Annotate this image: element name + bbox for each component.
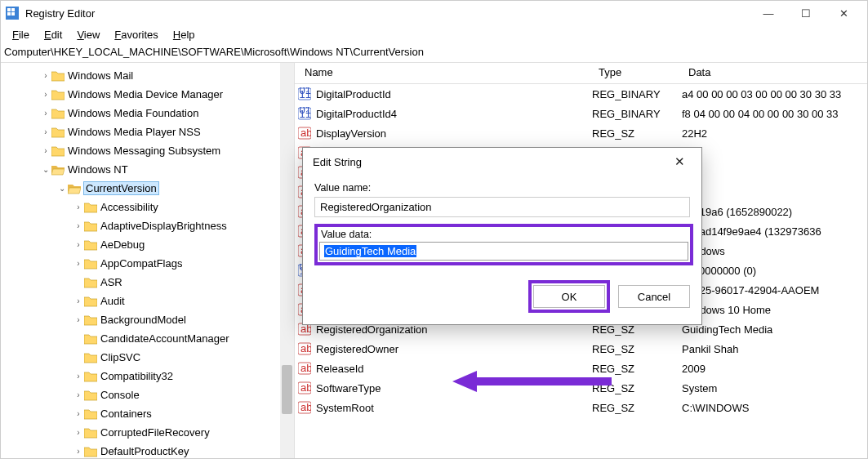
tree-node-label: AdaptiveDisplayBrightness [100, 220, 227, 232]
tree-node[interactable]: ASR [1, 273, 294, 292]
menu-view[interactable]: View [70, 27, 106, 42]
chevron-right-icon[interactable]: › [73, 447, 84, 456]
tree-node[interactable]: ›Windows Media Foundation [1, 104, 294, 123]
chevron-right-icon[interactable]: › [73, 409, 84, 418]
tree-node[interactable]: ⌄Windows NT [1, 160, 294, 179]
chevron-right-icon[interactable]: › [73, 240, 84, 249]
tree-node[interactable]: ›AppCompatFlags [1, 254, 294, 273]
tree-node-label: BackgroundModel [100, 314, 186, 326]
address-bar[interactable]: Computer\HKEY_LOCAL_MACHINE\SOFTWARE\Mic… [1, 43, 867, 63]
list-header: Name Type Data [295, 63, 867, 84]
value-name: ReleaseId [316, 363, 364, 375]
folder-icon [84, 296, 97, 307]
tree-node[interactable]: ›Audit [1, 292, 294, 310]
folder-icon [84, 314, 97, 326]
tree-node[interactable]: ›Windows Media Device Manager [1, 85, 294, 104]
close-button[interactable]: ✕ [825, 1, 862, 25]
folder-icon [51, 108, 65, 119]
tree-node[interactable]: ›Console [1, 385, 294, 404]
value-type: REG_SZ [592, 363, 682, 375]
folder-open-icon [51, 164, 65, 176]
chevron-right-icon[interactable]: › [73, 203, 84, 212]
registry-tree[interactable]: ›Windows Mail›Windows Media Device Manag… [1, 63, 295, 458]
value-data: 22H2 [682, 127, 867, 140]
chevron-right-icon[interactable]: › [40, 146, 51, 155]
value-type: REG_BINARY [592, 108, 682, 120]
chevron-right-icon[interactable]: › [40, 90, 51, 99]
col-header-data[interactable]: Data [682, 63, 867, 83]
tree-node[interactable]: ›AdaptiveDisplayBrightness [1, 216, 294, 235]
minimize-button[interactable]: — [750, 1, 787, 25]
tree-node[interactable]: CandidateAccountManager [1, 329, 294, 348]
maximize-button[interactable]: ☐ [787, 1, 825, 25]
ok-highlight: OK [528, 280, 610, 313]
chevron-right-icon[interactable]: › [73, 428, 84, 437]
value-row[interactable]: SoftwareTypeREG_SZSystem [295, 378, 867, 398]
value-row[interactable]: DigitalProductIdREG_BINARYa4 00 00 00 03… [295, 84, 867, 104]
tree-scrollbar[interactable] [280, 63, 294, 458]
chevron-right-icon[interactable]: › [73, 315, 84, 324]
tree-node[interactable]: ›BackgroundModel [1, 310, 294, 329]
tree-node-label: Containers [100, 408, 152, 420]
folder-icon [84, 202, 97, 213]
col-header-name[interactable]: Name [298, 63, 592, 83]
folder-icon [84, 371, 97, 382]
tree-node[interactable]: ⌄CurrentVersion [1, 179, 294, 198]
value-row[interactable]: DisplayVersionREG_SZ22H2 [295, 123, 867, 143]
value-data-input[interactable]: GuidingTech Media [319, 242, 688, 261]
value-row[interactable]: ReleaseIdREG_SZ2009 [295, 359, 867, 378]
value-row[interactable]: RegisteredOwnerREG_SZPankil Shah [295, 339, 867, 359]
folder-icon [84, 333, 97, 345]
value-data: 00325-96017-42904-AAOEM [682, 284, 867, 296]
reg-string-icon [298, 342, 311, 355]
tree-node[interactable]: ›AeDebug [1, 235, 294, 254]
menu-favorites[interactable]: Favorites [108, 27, 164, 42]
chevron-right-icon[interactable]: › [40, 109, 51, 118]
value-data: Windows 10 Home [682, 304, 867, 316]
tree-node-label: Compatibility32 [100, 370, 173, 382]
tree-node[interactable]: ›Windows Messaging Subsystem [1, 141, 294, 160]
value-data: d86ad14f9e9ae4 (132973636 [682, 225, 867, 238]
tree-node[interactable]: ›DefaultProductKey [1, 442, 294, 458]
folder-icon [84, 277, 97, 288]
dialog-close-button[interactable]: ✕ [667, 149, 692, 174]
tree-node-label: Windows Media Player NSS [68, 126, 201, 138]
chevron-right-icon[interactable]: › [40, 127, 51, 136]
ok-button[interactable]: OK [533, 285, 605, 308]
tree-node[interactable]: ›Containers [1, 404, 294, 423]
value-type: REG_SZ [592, 127, 682, 140]
tree-node[interactable]: ›Compatibility32 [1, 367, 294, 385]
value-row[interactable]: SystemRootREG_SZC:\WINDOWS [295, 398, 867, 417]
menu-edit[interactable]: Edit [38, 27, 69, 42]
reg-string-icon [298, 401, 311, 414]
menu-help[interactable]: Help [167, 27, 202, 42]
chevron-right-icon[interactable]: › [73, 296, 84, 305]
tree-node[interactable]: ClipSVC [1, 348, 294, 367]
tree-node[interactable]: ›Windows Media Player NSS [1, 123, 294, 141]
tree-node-label: DefaultProductKey [100, 445, 189, 457]
tree-node[interactable]: ›CorruptedFileRecovery [1, 423, 294, 442]
chevron-right-icon[interactable]: › [73, 259, 84, 268]
chevron-right-icon[interactable]: › [73, 390, 84, 399]
value-name-input[interactable] [314, 197, 690, 217]
chevron-down-icon[interactable]: ⌄ [56, 184, 68, 193]
titlebar: Registry Editor — ☐ ✕ [1, 1, 867, 25]
chevron-right-icon[interactable]: › [73, 221, 84, 230]
folder-icon [51, 89, 65, 100]
col-header-type[interactable]: Type [592, 63, 682, 83]
menu-file[interactable]: File [6, 27, 36, 42]
tree-node[interactable]: ›Accessibility [1, 198, 294, 216]
chevron-right-icon[interactable]: › [40, 71, 51, 80]
edit-string-dialog: Edit String ✕ Value name: Value data: Gu… [302, 147, 702, 325]
value-row[interactable]: DigitalProductId4REG_BINARYf8 04 00 00 0… [295, 104, 867, 123]
value-data: a4 00 00 00 03 00 00 00 30 30 33 [682, 88, 867, 100]
tree-node[interactable]: ›Windows Mail [1, 66, 294, 85]
value-data: System [682, 382, 867, 394]
value-data: C:\WINDOWS [682, 402, 867, 414]
tree-node-label: Console [100, 389, 140, 401]
cancel-button[interactable]: Cancel [618, 285, 690, 308]
value-data: GuidingTech Media [682, 323, 867, 336]
chevron-right-icon[interactable]: › [73, 372, 84, 381]
tree-node-label: ClipSVC [100, 351, 140, 363]
chevron-down-icon[interactable]: ⌄ [40, 165, 51, 174]
